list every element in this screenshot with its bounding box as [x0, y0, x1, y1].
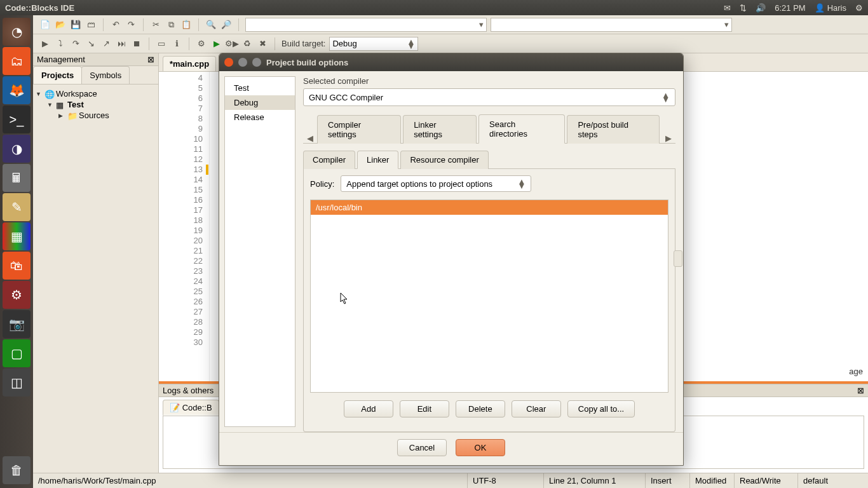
user-menu[interactable]: 👤 Haris: [815, 3, 846, 13]
mail-icon[interactable]: ✉: [724, 3, 731, 13]
clock[interactable]: 6:21 PM: [775, 3, 805, 13]
app-title: Code::Blocks IDE: [5, 3, 74, 13]
power-icon[interactable]: ⚙: [855, 3, 863, 13]
network-icon[interactable]: ⇅: [740, 3, 747, 13]
system-menubar: Code::Blocks IDE ✉ ⇅ 🔊 6:21 PM 👤 Haris ⚙: [0, 0, 868, 15]
volume-icon[interactable]: 🔊: [756, 3, 766, 13]
